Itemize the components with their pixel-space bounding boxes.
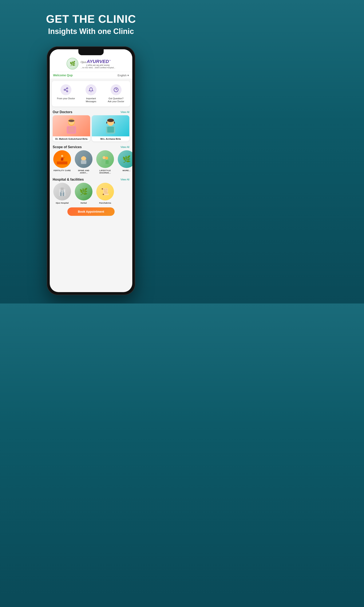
service-label-3: LIFESTYLE DISORDE...: [96, 169, 115, 174]
hospital-item-1[interactable]: Ojus Hospital: [53, 183, 72, 204]
svg-line-3: [65, 90, 67, 91]
services-section: Scope of Services View All: [50, 144, 132, 176]
from-doctor-label: From your Doctor: [57, 97, 75, 100]
welcome-text: Welcome Qup: [53, 74, 73, 77]
hospital-list: Ojus Hospital 🌿 Herbal 📜 Panchakrma: [50, 183, 132, 206]
service-label-1: FERTILITY CARE: [53, 169, 71, 172]
svg-point-23: [82, 156, 86, 160]
services-section-header: Scope of Services View All: [50, 144, 132, 150]
svg-rect-32: [61, 191, 62, 192]
hospital-item-3[interactable]: 📜 Panchakrma: [96, 183, 115, 204]
action-ask-doctor[interactable]: Got Question? Ask your Doctor: [107, 84, 126, 103]
hospital-section-header: Hospital & facilities View All: [50, 176, 132, 183]
hospital-label-2: Herbal: [80, 202, 87, 204]
phone-mockup: 🌿 Ojus AYURVED™ || शरीरम् आद्यं खलु धर्म…: [47, 46, 135, 295]
svg-point-10: [68, 119, 74, 122]
hospital-label-1: Ojus Hospital: [56, 202, 68, 204]
service-label-4: MORE...: [123, 169, 131, 172]
service-icon-3: [96, 150, 114, 168]
services-list: FERTILITY CARE SPINE AND JOINT...: [50, 150, 132, 176]
svg-rect-11: [68, 127, 75, 132]
svg-line-4: [65, 89, 67, 90]
svg-point-1: [64, 89, 65, 91]
hero-subtitle: Insights With one Clinic: [48, 27, 134, 36]
doctor-photo-2: [92, 115, 129, 136]
book-btn-container: Book Appointment: [50, 206, 132, 218]
from-doctor-icon: [60, 84, 71, 95]
hero-title: GET THE CLINIC: [46, 13, 136, 25]
svg-rect-27: [105, 160, 109, 164]
services-title: Scope of Services: [53, 145, 82, 149]
hospital-label-3: Panchakrma: [99, 202, 111, 204]
doctor-card-2[interactable]: Mrs. Archana Birla: [92, 115, 129, 141]
doctor-card-1[interactable]: Dr. Mahesh Gokulchand Birla: [53, 115, 90, 141]
phone-notch: [78, 49, 104, 55]
logo-tm: ™: [109, 59, 111, 62]
doctors-grid: Dr. Mahesh Gokulchand Birla: [50, 115, 132, 144]
svg-rect-18: [57, 161, 67, 164]
service-item-2[interactable]: SPINE AND JOINT...: [74, 150, 93, 174]
svg-point-24: [103, 156, 105, 159]
app-logo-icon: 🌿: [66, 58, 78, 69]
book-appointment-button[interactable]: Book Appointment: [67, 207, 115, 216]
doctor-name-1: Dr. Mahesh Gokulchand Birla: [53, 136, 90, 141]
doctor-photo-1: [53, 115, 90, 136]
svg-rect-30: [60, 192, 62, 196]
doctors-view-all[interactable]: View All: [120, 111, 129, 114]
welcome-bar: Welcome Qup English ▾: [50, 72, 132, 79]
action-from-doctor[interactable]: From your Doctor: [56, 84, 75, 100]
svg-rect-16: [107, 127, 114, 132]
hospital-icon-3: 📜: [96, 183, 114, 200]
svg-point-20: [61, 155, 63, 157]
hospital-section: Hospital & facilities View All: [50, 176, 132, 206]
doctors-title: Our Doctors: [53, 110, 72, 114]
hospital-icon-2: 🌿: [75, 183, 92, 200]
action-important-messages[interactable]: Important Messages: [81, 84, 101, 103]
svg-rect-31: [63, 192, 64, 196]
svg-point-15: [107, 119, 114, 122]
svg-rect-33: [63, 191, 64, 192]
logo-tagline-2: ...An ISO 9001 : 2008 Certified Hospital…: [80, 66, 115, 69]
service-item-1[interactable]: FERTILITY CARE: [53, 150, 72, 174]
logo-text: Ojus AYURVED™ || शरीरम् आद्यं खलु धर्मार…: [80, 59, 115, 69]
question-icon: [111, 84, 122, 95]
messages-label: Important Messages: [81, 97, 101, 103]
services-view-all[interactable]: View All: [120, 146, 129, 149]
ask-doctor-label: Got Question? Ask your Doctor: [107, 97, 126, 103]
svg-point-2: [66, 91, 68, 92]
service-item-3[interactable]: LIFESTYLE DISORDE...: [96, 150, 115, 174]
hospital-title: Hospital & facilities: [53, 178, 84, 182]
phone-screen: 🌿 Ojus AYURVED™ || शरीरम् आद्यं खलु धर्म…: [50, 49, 132, 292]
svg-rect-28: [59, 189, 65, 196]
language-label: English: [117, 74, 127, 77]
quick-actions-panel: From your Doctor Important Messages: [52, 81, 130, 106]
service-icon-2: [75, 150, 92, 168]
logo-brand: AYURVED™: [87, 59, 111, 64]
chevron-down-icon: ▾: [128, 74, 129, 77]
svg-point-25: [105, 157, 108, 159]
svg-point-0: [66, 88, 68, 89]
messages-icon: [86, 84, 96, 95]
hospital-item-2[interactable]: 🌿 Herbal: [74, 183, 93, 204]
svg-rect-29: [61, 188, 64, 190]
logo-area: 🌿 Ojus AYURVED™ || शरीरम् आद्यं खलु धर्म…: [66, 58, 115, 69]
hospital-icon-1: [53, 183, 71, 200]
logo-tagline-1: || शरीरम् आद्यं खलु धर्मार्थ साधनम्||: [80, 64, 115, 66]
svg-rect-22: [81, 160, 86, 164]
doctor-name-2: Mrs. Archana Birla: [92, 136, 129, 141]
doctors-section: Our Doctors View All Dr. Ma: [50, 108, 132, 144]
service-icon-1: [53, 150, 71, 168]
service-icon-4: 🌿: [118, 150, 132, 168]
service-label-2: SPINE AND JOINT...: [74, 169, 93, 174]
doctors-section-header: Our Doctors View All: [50, 108, 132, 115]
language-selector[interactable]: English ▾: [117, 74, 129, 77]
svg-rect-26: [102, 160, 105, 164]
hospital-view-all[interactable]: View All: [120, 178, 129, 181]
logo-prefix: Ojus: [80, 61, 86, 64]
service-item-4[interactable]: 🌿 MORE...: [117, 150, 132, 174]
